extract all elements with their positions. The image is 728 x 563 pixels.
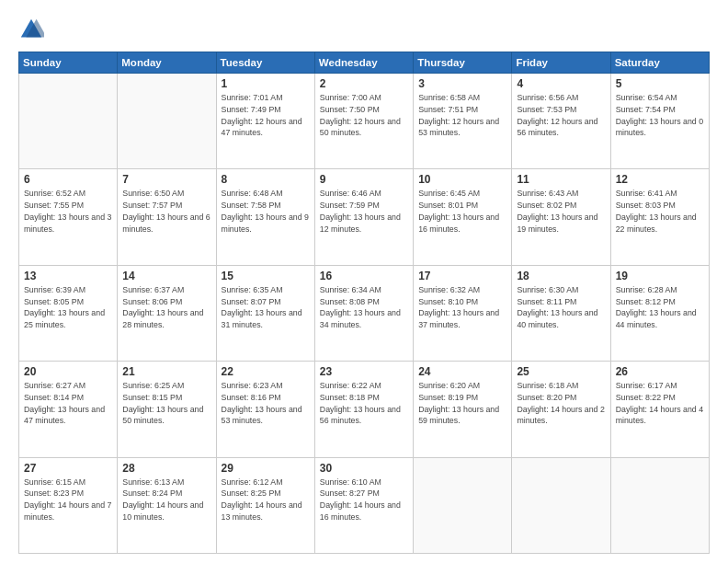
calendar-day-cell: 29Sunrise: 6:12 AM Sunset: 8:25 PM Dayli…: [216, 457, 314, 553]
calendar-day-cell: 25Sunrise: 6:18 AM Sunset: 8:20 PM Dayli…: [512, 362, 610, 457]
day-info: Sunrise: 6:23 AM Sunset: 8:16 PM Dayligh…: [222, 380, 310, 427]
day-info: Sunrise: 6:45 AM Sunset: 8:01 PM Dayligh…: [418, 188, 506, 235]
calendar-day-header: Sunday: [19, 52, 118, 74]
day-info: Sunrise: 6:18 AM Sunset: 8:20 PM Dayligh…: [517, 380, 605, 427]
calendar-day-cell: 7Sunrise: 6:50 AM Sunset: 7:57 PM Daylig…: [118, 169, 216, 265]
calendar-day-cell: 27Sunrise: 6:15 AM Sunset: 8:23 PM Dayli…: [19, 457, 118, 553]
day-number: 12: [616, 173, 704, 186]
day-number: 17: [418, 270, 506, 282]
calendar-day-cell: 16Sunrise: 6:34 AM Sunset: 8:08 PM Dayli…: [314, 265, 413, 361]
calendar-day-header: Saturday: [610, 52, 709, 74]
day-number: 28: [122, 462, 210, 475]
logo-icon: [18, 17, 44, 42]
day-number: 15: [222, 270, 310, 282]
day-number: 9: [320, 173, 408, 186]
day-number: 23: [320, 365, 408, 378]
calendar-day-cell: 15Sunrise: 6:35 AM Sunset: 8:07 PM Dayli…: [216, 265, 314, 361]
day-info: Sunrise: 6:56 AM Sunset: 7:53 PM Dayligh…: [517, 92, 605, 139]
day-number: 16: [320, 270, 408, 282]
day-info: Sunrise: 6:10 AM Sunset: 8:27 PM Dayligh…: [320, 477, 408, 523]
calendar-day-cell: 24Sunrise: 6:20 AM Sunset: 8:19 PM Dayli…: [414, 362, 512, 457]
calendar-day-header: Friday: [512, 52, 610, 74]
calendar-day-header: Wednesday: [314, 52, 413, 74]
calendar-day-cell: 22Sunrise: 6:23 AM Sunset: 8:16 PM Dayli…: [216, 362, 314, 457]
calendar-day-cell: 6Sunrise: 6:52 AM Sunset: 7:55 PM Daylig…: [19, 169, 118, 265]
calendar-day-cell: 3Sunrise: 6:58 AM Sunset: 7:51 PM Daylig…: [414, 74, 512, 169]
calendar-table: SundayMondayTuesdayWednesdayThursdayFrid…: [18, 52, 710, 554]
calendar-day-cell: 30Sunrise: 6:10 AM Sunset: 8:27 PM Dayli…: [314, 457, 413, 553]
calendar-day-cell: 12Sunrise: 6:41 AM Sunset: 8:03 PM Dayli…: [610, 169, 709, 265]
calendar-day-cell: 23Sunrise: 6:22 AM Sunset: 8:18 PM Dayli…: [314, 362, 413, 457]
calendar-day-cell: 2Sunrise: 7:00 AM Sunset: 7:50 PM Daylig…: [314, 74, 413, 169]
day-number: 10: [418, 173, 506, 186]
day-info: Sunrise: 6:37 AM Sunset: 8:06 PM Dayligh…: [122, 284, 210, 331]
day-info: Sunrise: 6:27 AM Sunset: 8:14 PM Dayligh…: [24, 380, 112, 427]
calendar-week-row: 6Sunrise: 6:52 AM Sunset: 7:55 PM Daylig…: [19, 169, 710, 265]
calendar-day-cell: [118, 74, 216, 169]
calendar-day-cell: 19Sunrise: 6:28 AM Sunset: 8:12 PM Dayli…: [610, 265, 709, 361]
day-number: 29: [222, 462, 310, 475]
day-info: Sunrise: 6:28 AM Sunset: 8:12 PM Dayligh…: [616, 284, 704, 331]
calendar-day-cell: 9Sunrise: 6:46 AM Sunset: 7:59 PM Daylig…: [314, 169, 413, 265]
calendar-day-cell: 20Sunrise: 6:27 AM Sunset: 8:14 PM Dayli…: [19, 362, 118, 457]
day-number: 26: [616, 365, 704, 378]
day-number: 20: [24, 365, 112, 378]
day-number: 22: [222, 365, 310, 378]
day-number: 11: [517, 173, 605, 186]
calendar-day-header: Monday: [118, 52, 216, 74]
day-number: 7: [122, 173, 210, 186]
day-number: 30: [320, 462, 408, 475]
day-info: Sunrise: 6:25 AM Sunset: 8:15 PM Dayligh…: [122, 380, 210, 427]
page: SundayMondayTuesdayWednesdayThursdayFrid…: [0, 0, 728, 563]
calendar-day-cell: 4Sunrise: 6:56 AM Sunset: 7:53 PM Daylig…: [512, 74, 610, 169]
day-info: Sunrise: 6:50 AM Sunset: 7:57 PM Dayligh…: [122, 188, 210, 235]
day-info: Sunrise: 6:17 AM Sunset: 8:22 PM Dayligh…: [616, 380, 704, 427]
calendar-day-header: Tuesday: [216, 52, 314, 74]
day-number: 25: [517, 365, 605, 378]
calendar-day-cell: 11Sunrise: 6:43 AM Sunset: 8:02 PM Dayli…: [512, 169, 610, 265]
calendar-day-cell: 26Sunrise: 6:17 AM Sunset: 8:22 PM Dayli…: [610, 362, 709, 457]
day-number: 18: [517, 270, 605, 282]
day-info: Sunrise: 6:12 AM Sunset: 8:25 PM Dayligh…: [222, 477, 310, 523]
day-number: 2: [320, 77, 408, 90]
calendar-day-cell: 28Sunrise: 6:13 AM Sunset: 8:24 PM Dayli…: [118, 457, 216, 553]
day-info: Sunrise: 6:39 AM Sunset: 8:05 PM Dayligh…: [24, 284, 112, 331]
calendar-day-cell: [610, 457, 709, 553]
logo: [18, 17, 50, 42]
day-info: Sunrise: 6:35 AM Sunset: 8:07 PM Dayligh…: [222, 284, 310, 331]
day-number: 1: [222, 77, 310, 90]
day-number: 21: [122, 365, 210, 378]
day-info: Sunrise: 6:34 AM Sunset: 8:08 PM Dayligh…: [320, 284, 408, 331]
day-info: Sunrise: 7:01 AM Sunset: 7:49 PM Dayligh…: [222, 92, 310, 139]
calendar-day-cell: 21Sunrise: 6:25 AM Sunset: 8:15 PM Dayli…: [118, 362, 216, 457]
calendar-day-cell: [414, 457, 512, 553]
calendar-day-cell: 13Sunrise: 6:39 AM Sunset: 8:05 PM Dayli…: [19, 265, 118, 361]
day-number: 19: [616, 270, 704, 282]
calendar-week-row: 20Sunrise: 6:27 AM Sunset: 8:14 PM Dayli…: [19, 362, 710, 457]
day-info: Sunrise: 6:54 AM Sunset: 7:54 PM Dayligh…: [616, 92, 704, 139]
day-info: Sunrise: 6:52 AM Sunset: 7:55 PM Dayligh…: [24, 188, 112, 235]
day-info: Sunrise: 6:13 AM Sunset: 8:24 PM Dayligh…: [122, 477, 210, 523]
calendar-week-row: 1Sunrise: 7:01 AM Sunset: 7:49 PM Daylig…: [19, 74, 710, 169]
day-info: Sunrise: 6:15 AM Sunset: 8:23 PM Dayligh…: [24, 477, 112, 523]
calendar-day-cell: 14Sunrise: 6:37 AM Sunset: 8:06 PM Dayli…: [118, 265, 216, 361]
day-info: Sunrise: 6:48 AM Sunset: 7:58 PM Dayligh…: [222, 188, 310, 235]
day-number: 5: [616, 77, 704, 90]
calendar-day-cell: 17Sunrise: 6:32 AM Sunset: 8:10 PM Dayli…: [414, 265, 512, 361]
day-number: 6: [24, 173, 112, 186]
day-info: Sunrise: 6:41 AM Sunset: 8:03 PM Dayligh…: [616, 188, 704, 235]
calendar-day-cell: [19, 74, 118, 169]
calendar-week-row: 27Sunrise: 6:15 AM Sunset: 8:23 PM Dayli…: [19, 457, 710, 553]
day-info: Sunrise: 6:22 AM Sunset: 8:18 PM Dayligh…: [320, 380, 408, 427]
header: [18, 17, 710, 42]
calendar-day-cell: [512, 457, 610, 553]
day-info: Sunrise: 7:00 AM Sunset: 7:50 PM Dayligh…: [320, 92, 408, 139]
day-number: 14: [122, 270, 210, 282]
day-info: Sunrise: 6:46 AM Sunset: 7:59 PM Dayligh…: [320, 188, 408, 235]
day-info: Sunrise: 6:32 AM Sunset: 8:10 PM Dayligh…: [418, 284, 506, 331]
day-info: Sunrise: 6:43 AM Sunset: 8:02 PM Dayligh…: [517, 188, 605, 235]
calendar-day-cell: 5Sunrise: 6:54 AM Sunset: 7:54 PM Daylig…: [610, 74, 709, 169]
calendar-day-cell: 18Sunrise: 6:30 AM Sunset: 8:11 PM Dayli…: [512, 265, 610, 361]
calendar-day-cell: 8Sunrise: 6:48 AM Sunset: 7:58 PM Daylig…: [216, 169, 314, 265]
day-number: 4: [517, 77, 605, 90]
